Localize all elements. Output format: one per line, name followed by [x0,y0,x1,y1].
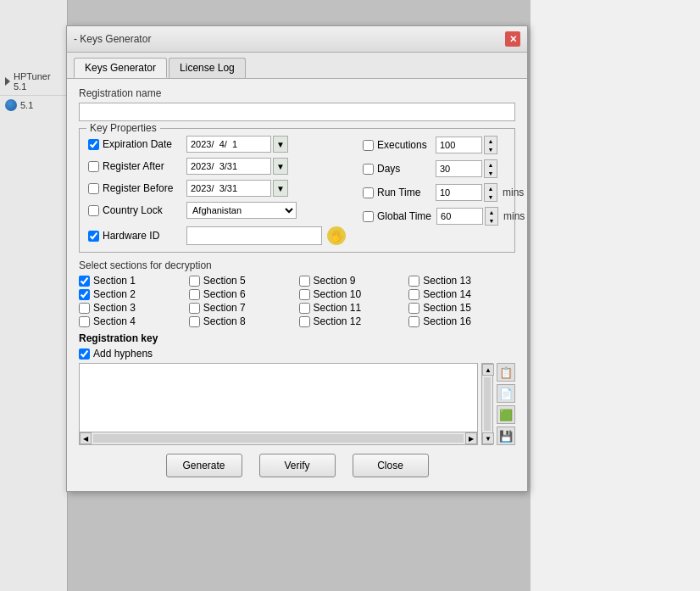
dialog-title: - Keys Generator [74,33,151,45]
run-time-up-btn[interactable]: ▲ [485,184,497,192]
section-checkbox-5[interactable] [79,289,90,300]
close-icon[interactable]: ✕ [505,31,520,47]
run-time-row: Run Time ▲ ▼ mins [363,183,525,202]
sections-label: Select sections for decryption [79,259,515,271]
global-time-row: Global Time ▲ ▼ mins [363,207,525,226]
tab-keys-generator[interactable]: Keys Generator [74,58,167,78]
register-before-row: Register Before ▼ [88,180,346,197]
add-icon-btn[interactable]: 🟩 [497,405,515,424]
section-item-9: Section 3 [79,302,186,314]
scroll-track [93,434,464,443]
global-time-mins-label: mins [503,210,525,222]
section-checkbox-3[interactable] [299,276,310,287]
section-item-4: Section 13 [408,275,515,287]
expiration-date-cal-btn[interactable]: ▼ [273,136,288,153]
section-checkbox-11[interactable] [299,303,310,314]
section-checkbox-9[interactable] [79,303,90,314]
section-checkbox-2[interactable] [189,276,200,287]
section-checkbox-15[interactable] [299,316,310,327]
days-input[interactable] [436,160,482,177]
reg-key-label: Registration key [79,332,515,344]
global-time-up-btn[interactable]: ▲ [486,208,497,216]
executions-checkbox[interactable] [363,140,374,151]
section-checkbox-7[interactable] [299,289,310,300]
executions-down-btn[interactable]: ▼ [485,145,497,153]
scroll-right-btn[interactable]: ▶ [465,432,477,444]
run-time-input[interactable] [436,184,482,201]
register-after-input[interactable] [186,158,271,175]
registration-name-input[interactable] [79,103,515,121]
days-up-btn[interactable]: ▲ [485,160,497,169]
executions-label: Executions [363,139,431,151]
section-item-7: Section 10 [299,288,406,300]
paste-icon-btn[interactable]: 📄 [497,384,515,403]
expiration-date-checkbox[interactable] [88,139,99,150]
copy-icon-btn[interactable]: 📋 [497,363,515,382]
key-properties-group: Key Properties Expiration Date ▼ [79,128,515,253]
section-checkbox-8[interactable] [408,289,419,300]
hardware-id-input[interactable] [186,226,322,245]
add-hyphens-checkbox[interactable] [79,348,90,360]
register-after-checkbox[interactable] [88,161,99,172]
run-time-checkbox[interactable] [363,187,374,198]
expiration-date-input[interactable] [186,136,271,153]
save-icon-btn[interactable]: 💾 [497,427,515,445]
days-checkbox[interactable] [363,164,374,175]
section-checkbox-10[interactable] [189,303,200,314]
key-textarea[interactable] [80,364,477,432]
global-time-input[interactable] [436,208,483,225]
vscroll-track [484,377,491,431]
generate-button[interactable]: Generate [166,454,242,477]
scroll-up-btn[interactable]: ▲ [482,364,494,376]
country-select[interactable]: Afghanistan [186,202,297,219]
global-time-down-btn[interactable]: ▼ [486,216,497,225]
dialog-content: Registration name Key Properties Expirat… [67,79,527,491]
nav-arrow-icon [5,77,10,86]
register-before-cal-btn[interactable]: ▼ [273,180,288,197]
props-layout: Expiration Date ▼ Register After [88,136,506,245]
scroll-left-btn[interactable]: ◀ [80,432,92,444]
btn-row: Generate Verify Close [79,445,515,482]
days-down-btn[interactable]: ▼ [485,169,497,177]
key-area-wrap: ◀ ▶ ▲ ▼ 📋 📄 🟩 💾 [79,363,515,445]
section-label-12: Section 15 [423,302,471,314]
section-checkbox-1[interactable] [79,276,90,287]
country-lock-label: Country Lock [88,204,181,216]
section-item-1: Section 1 [79,275,186,287]
register-before-input[interactable] [186,180,271,197]
fingerprint-icon[interactable]: 🖐 [327,226,346,245]
tab-license-log[interactable]: License Log [169,58,246,78]
section-checkbox-4[interactable] [408,276,419,287]
register-after-cal-btn[interactable]: ▼ [273,158,288,175]
verify-button[interactable]: Verify [259,454,336,477]
executions-up-btn[interactable]: ▲ [485,137,497,145]
country-lock-checkbox[interactable] [88,205,99,216]
keys-generator-dialog: - Keys Generator ✕ Keys Generator Licens… [66,25,528,492]
close-button[interactable]: Close [353,454,429,477]
section-checkbox-13[interactable] [79,316,90,327]
run-time-down-btn[interactable]: ▼ [485,192,497,201]
section-checkbox-14[interactable] [189,316,200,327]
executions-input[interactable] [436,137,482,153]
days-label: Days [363,163,431,175]
hptuner-label: HPTuner 5.1 [14,71,63,92]
expiration-date-wrap: ▼ [186,136,288,153]
section-item-3: Section 9 [299,275,406,287]
register-before-checkbox[interactable] [88,183,99,194]
hardware-id-checkbox[interactable] [88,231,99,242]
section-label-4: Section 13 [423,275,471,287]
sections-grid: Section 1Section 5Section 9Section 13Sec… [79,275,515,327]
section-label-10: Section 7 [203,302,246,314]
section-item-13: Section 4 [79,315,186,327]
global-time-checkbox[interactable] [363,211,374,222]
hptuner-nav-item[interactable]: HPTuner 5.1 [0,68,68,96]
section-checkbox-16[interactable] [408,316,419,327]
section-checkbox-6[interactable] [189,289,200,300]
section-checkbox-12[interactable] [408,303,419,314]
global-time-label: Global Time [363,210,431,222]
scroll-down-btn[interactable]: ▼ [482,432,494,444]
days-row: Days ▲ ▼ [363,159,525,178]
executions-arrows: ▲ ▼ [484,136,497,154]
section-item-6: Section 6 [189,288,296,300]
section-item-10: Section 7 [189,302,296,314]
